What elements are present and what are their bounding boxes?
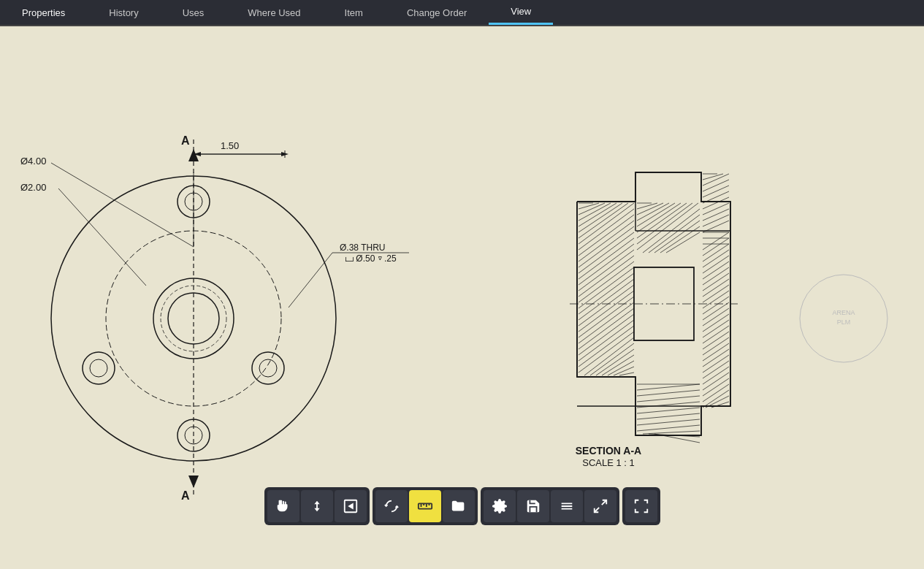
nav-item-view[interactable]: View <box>489 0 553 25</box>
nav-item-item[interactable]: Item <box>323 0 385 25</box>
svg-marker-160 <box>348 503 353 509</box>
save-button[interactable] <box>517 490 549 522</box>
toolbar-group-options <box>481 487 619 525</box>
nav-item-where-used[interactable]: Where Used <box>226 0 322 25</box>
svg-text:PLM: PLM <box>837 318 851 326</box>
label-a-top: A <box>181 134 190 147</box>
fullscreen-button[interactable] <box>625 490 657 522</box>
rotate-button[interactable] <box>375 490 408 522</box>
label-a-bottom: A <box>181 489 190 502</box>
section-label: SECTION A-A <box>576 445 641 457</box>
toolbar-group-fullscreen <box>622 487 660 525</box>
nav-item-change-order[interactable]: Change Order <box>385 0 489 25</box>
dim-hole-thru: Ø.38 THRU <box>340 243 385 253</box>
expand-button[interactable] <box>584 490 616 522</box>
svg-line-169 <box>601 500 606 505</box>
svg-line-170 <box>594 508 598 512</box>
drawing-canvas: A A Ø4.00 Ø2.00 1.50 Ø.38 THRU ⌴ Ø.50 ▽ … <box>0 26 924 540</box>
scale-label: SCALE 1 : 1 <box>582 457 635 468</box>
navigation-bar: Properties History Uses Where Used Item … <box>0 0 924 26</box>
scroll-tool-button[interactable] <box>301 490 333 522</box>
toolbar-group-navigation <box>264 487 370 525</box>
dim-hole-depth: ⌴ Ø.50 ▽ .25 <box>345 253 397 264</box>
settings-button[interactable] <box>484 490 516 522</box>
dim-diameter-4: Ø4.00 <box>20 156 46 167</box>
hand-tool-button[interactable] <box>267 490 299 522</box>
svg-rect-161 <box>418 503 431 508</box>
nav-item-properties[interactable]: Properties <box>0 0 87 25</box>
toolbar <box>264 487 660 525</box>
dim-diameter-2: Ø2.00 <box>20 182 46 193</box>
ruler-button[interactable] <box>409 490 441 522</box>
layers-button[interactable] <box>551 490 583 522</box>
dim-1-50: 1.50 <box>221 140 239 151</box>
nav-item-uses[interactable]: Uses <box>161 0 226 25</box>
svg-rect-0 <box>0 26 924 540</box>
svg-text:ARENA: ARENA <box>832 309 855 316</box>
fit-view-button[interactable] <box>335 490 367 522</box>
nav-item-history[interactable]: History <box>87 0 160 25</box>
folder-button[interactable] <box>443 490 475 522</box>
toolbar-group-measure <box>373 487 478 525</box>
